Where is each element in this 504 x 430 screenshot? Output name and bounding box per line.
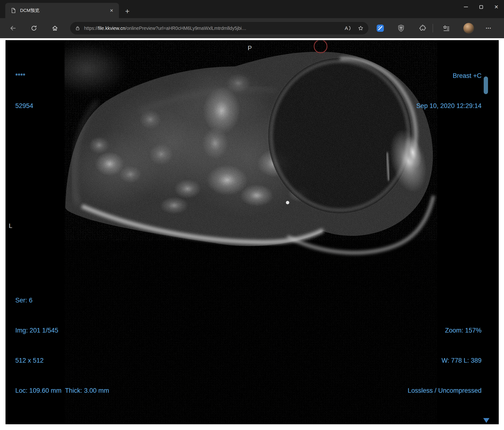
back-button[interactable] [6,21,20,35]
zoom-level: Zoom: 157% [408,325,482,335]
orientation-label-left: L [9,222,12,230]
new-tab-button[interactable]: + [122,6,132,16]
image-number: Img: 201 1/545 [15,325,109,335]
shield-extension-icon[interactable] [395,22,407,34]
home-button[interactable] [48,21,62,35]
blue-extension-glyph [376,24,384,32]
read-aloud-icon: A [345,25,348,31]
address-bar-actions: A [345,25,364,31]
maximize-icon [479,5,483,9]
page-background: **** 52954 Breast +C Sep 10, 2020 12:29:… [0,38,504,430]
shield-icon [397,24,405,32]
acquisition-datetime: Sep 10, 2020 12:29:14 [416,101,482,111]
favorites-button[interactable] [441,22,452,34]
favorite-star-button[interactable] [358,25,364,31]
close-icon: × [495,4,498,10]
orientation-label-posterior: P [248,45,252,52]
slice-location-thickness: Loc: 109.60 mm Thick: 3.00 mm [15,385,109,396]
back-icon [9,25,17,32]
overlay-top-right: Breast +C Sep 10, 2020 12:29:14 [416,51,482,131]
window-controls: × [458,0,504,14]
favorites-star-lines-icon [443,25,450,32]
url-host: file.kkview.cn [98,26,126,31]
overlay-bottom-left: Ser: 6 Img: 201 1/545 512 x 512 Loc: 109… [15,275,109,416]
blue-extension-icon[interactable] [375,22,386,34]
slice-scrollbar-thumb[interactable] [484,76,488,94]
document-icon [10,8,16,13]
address-bar[interactable]: https://file.kkview.cn/onlinePreview?url… [70,21,369,35]
maximize-button[interactable] [473,0,489,14]
browser-toolbar: https://file.kkview.cn/onlinePreview?url… [0,18,504,38]
tab-strip: DCM预览 × + × [0,0,504,18]
patient-id: 52954 [15,101,33,111]
sound-wave-icon [349,26,351,31]
series-number: Ser: 6 [15,295,109,305]
extensions-puzzle-icon[interactable] [417,22,428,34]
url-path: /onlinePreview?url=aHR0cHM6Ly9maWxlLmtrd… [125,26,246,31]
matrix-size: 512 x 512 [15,356,109,366]
url-text: https://file.kkview.cn/onlinePreview?url… [84,26,340,31]
star-icon [358,25,364,31]
close-button[interactable]: × [489,0,504,14]
overlay-bottom-right: Zoom: 157% W: 778 L: 389 Lossless / Unco… [408,305,482,416]
dicom-viewer[interactable]: **** 52954 Breast +C Sep 10, 2020 12:29:… [6,40,499,424]
tab-close-button[interactable]: × [108,7,116,15]
reload-icon [31,25,37,32]
study-description: Breast +C [416,71,482,81]
more-menu-button[interactable]: ••• [483,22,495,34]
active-tab[interactable]: DCM预览 × [5,3,119,18]
home-icon [52,25,58,32]
patient-name-masked: **** [15,71,33,81]
minimize-icon [464,7,468,7]
profile-avatar[interactable] [463,23,474,34]
compression-info: Lossless / Uncompressed [408,385,482,396]
scroll-down-arrow[interactable] [483,418,489,423]
read-aloud-button[interactable]: A [345,25,351,31]
toolbar-divider [432,24,433,33]
tab-title: DCM预览 [20,7,104,14]
lock-icon[interactable] [75,26,80,31]
browser-window: DCM预览 × + × [0,0,504,430]
window-level: W: 778 L: 389 [408,356,482,366]
reload-button[interactable] [27,21,41,35]
url-scheme: https:// [84,26,98,31]
overlay-top-left: **** 52954 [15,51,33,131]
minimize-button[interactable] [458,0,473,14]
puzzle-icon [419,25,426,32]
